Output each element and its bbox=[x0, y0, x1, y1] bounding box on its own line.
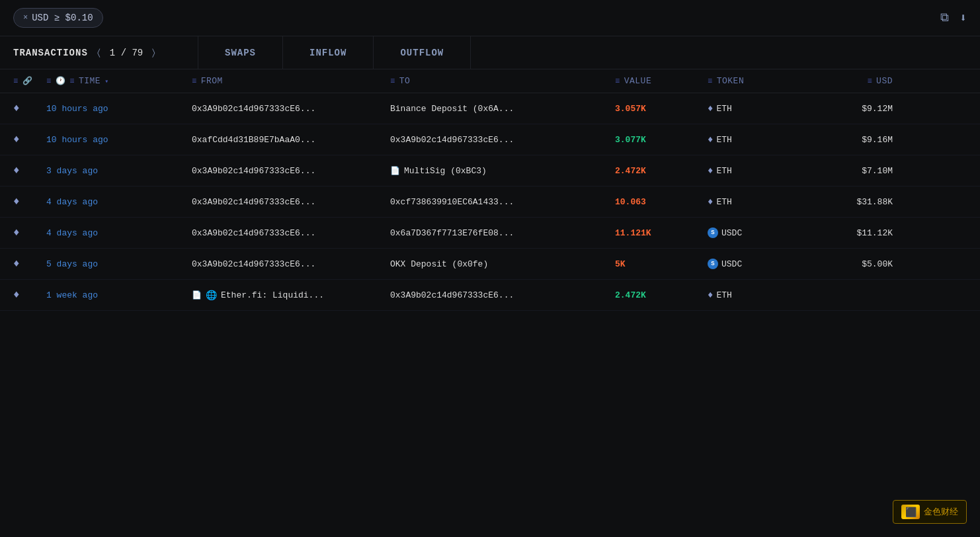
chain-icon-cell: ♦ bbox=[13, 196, 46, 208]
usd-cell: $31.88K bbox=[813, 197, 893, 207]
col-to-label: TO bbox=[399, 76, 411, 86]
tab-outflow[interactable]: OUTFLOW bbox=[374, 36, 471, 69]
time-cell: 10 hours ago bbox=[46, 135, 192, 145]
col-usd[interactable]: ≡ USD bbox=[813, 76, 893, 86]
col-from[interactable]: ≡ FROM bbox=[192, 76, 390, 86]
table-row[interactable]: ♦3 days ago0x3A9b02c14d967333cE6...📄Mult… bbox=[0, 155, 980, 186]
filter-usd-icon[interactable]: ≡ bbox=[867, 77, 872, 86]
eth-chain-icon: ♦ bbox=[13, 258, 20, 270]
col-token[interactable]: ≡ TOKEN bbox=[708, 76, 813, 86]
to-address: OKX Deposit (0x0fe) bbox=[390, 259, 488, 269]
to-cell: 0x3A9b02c14d967333cE6... bbox=[390, 290, 615, 300]
token-name: USDC bbox=[721, 259, 742, 269]
filter-label: USD ≥ $0.10 bbox=[32, 13, 93, 23]
table-row[interactable]: ♦4 days ago0x3A9b02c14d967333cE6...0x6a7… bbox=[0, 218, 980, 249]
to-address: 0x3A9b02c14d967333cE6... bbox=[390, 290, 514, 300]
tab-transactions[interactable]: TRANSACTIONS 〈 1 / 79 〉 bbox=[0, 36, 198, 69]
link-icon: 🔗 bbox=[22, 76, 33, 86]
column-headers: ≡ 🔗 ≡ 🕐 ≡ TIME ▾ ≡ FROM ≡ TO ≡ VALUE ≡ T… bbox=[0, 69, 980, 93]
usd-value: $31.88K bbox=[856, 197, 893, 207]
col-time-label: TIME bbox=[79, 76, 101, 86]
token-cell: ♦ETH bbox=[708, 103, 813, 114]
eth-chain-icon: ♦ bbox=[13, 289, 20, 301]
usdc-token-icon: S bbox=[708, 259, 718, 269]
usd-value: $9.16M bbox=[862, 135, 893, 145]
filter-time-icon[interactable]: ≡ bbox=[46, 77, 52, 86]
col-time[interactable]: ≡ 🕐 ≡ TIME ▾ bbox=[46, 76, 192, 86]
value-cell: 2.472K bbox=[615, 290, 708, 300]
from-cell: 0xafCdd4d31B89E7bAaA0... bbox=[192, 135, 390, 145]
filter-token-icon[interactable]: ≡ bbox=[708, 77, 713, 86]
table-row[interactable]: ♦10 hours ago0x3A9b02c14d967333cE6...Bin… bbox=[0, 93, 980, 124]
usd-value: $11.12K bbox=[856, 228, 893, 238]
value-cell: 11.121K bbox=[615, 228, 708, 238]
to-cell: OKX Deposit (0x0fe) bbox=[390, 259, 615, 269]
chain-icon-cell: ♦ bbox=[13, 134, 46, 145]
next-page-button[interactable]: 〉 bbox=[148, 46, 159, 60]
sort-time-icon[interactable]: ▾ bbox=[104, 77, 109, 85]
from-cell: 0x3A9b02c14d967333cE6... bbox=[192, 228, 390, 238]
clock-icon: 🕐 bbox=[56, 76, 66, 86]
value-cell: 2.472K bbox=[615, 166, 708, 176]
eth-token-icon: ♦ bbox=[708, 134, 713, 145]
download-icon[interactable]: ⬇ bbox=[960, 11, 967, 25]
to-address: MultiSig (0xBC3) bbox=[404, 166, 487, 176]
chain-icon-cell: ♦ bbox=[13, 103, 46, 114]
col-value-label: VALUE bbox=[624, 76, 652, 86]
usdc-token-icon: S bbox=[708, 227, 718, 238]
token-cell: ♦ETH bbox=[708, 134, 813, 145]
usd-cell: $7.10M bbox=[813, 166, 893, 176]
to-cell: 0xcf738639910EC6A1433... bbox=[390, 197, 615, 207]
tab-swaps[interactable]: SWAPS bbox=[198, 36, 283, 69]
from-cell: 0x3A9b02c14d967333cE6... bbox=[192, 259, 390, 269]
table-row[interactable]: ♦5 days ago0x3A9b02c14d967333cE6...OKX D… bbox=[0, 249, 980, 280]
usd-value: $5.00K bbox=[862, 259, 893, 269]
col-chain: ≡ 🔗 bbox=[13, 76, 46, 86]
chain-icon-cell: ♦ bbox=[13, 289, 46, 301]
tabs-row: TRANSACTIONS 〈 1 / 79 〉 SWAPS INFLOW OUT… bbox=[0, 36, 980, 69]
watermark: ⬛ 金色财经 bbox=[893, 500, 967, 524]
time-value: 3 days ago bbox=[46, 166, 98, 176]
token-name: USDC bbox=[721, 228, 742, 238]
eth-token-icon: ♦ bbox=[708, 103, 713, 114]
eth-token-icon: ♦ bbox=[708, 165, 713, 176]
col-usd-label: USD bbox=[876, 76, 893, 86]
eth-chain-icon: ♦ bbox=[13, 134, 20, 145]
time-cell: 4 days ago bbox=[46, 197, 192, 207]
filter-badge[interactable]: × USD ≥ $0.10 bbox=[13, 8, 103, 28]
time-value: 10 hours ago bbox=[46, 104, 108, 114]
time-cell: 10 hours ago bbox=[46, 104, 192, 114]
from-address: 0x3A9b02c14d967333cE6... bbox=[192, 197, 315, 207]
eth-chain-icon: ♦ bbox=[13, 103, 20, 114]
filter-to-icon[interactable]: ≡ bbox=[390, 77, 395, 86]
token-cell: SUSDC bbox=[708, 227, 813, 238]
to-address: Binance Deposit (0x6A... bbox=[390, 104, 514, 114]
col-to[interactable]: ≡ TO bbox=[390, 76, 615, 86]
globe-icon: 🌐 bbox=[206, 290, 217, 301]
table-row[interactable]: ♦4 days ago0x3A9b02c14d967333cE6...0xcf7… bbox=[0, 186, 980, 218]
from-cell: 0x3A9b02c14d967333cE6... bbox=[192, 166, 390, 176]
filter-from-icon[interactable]: ≡ bbox=[192, 77, 197, 86]
table-row[interactable]: ♦1 week ago📄🌐Ether.fi: Liquidi...0x3A9b0… bbox=[0, 280, 980, 311]
value-amount: 3.077K bbox=[615, 135, 646, 145]
filter-value-icon[interactable]: ≡ bbox=[615, 77, 620, 86]
filter-time-icon2[interactable]: ≡ bbox=[69, 77, 75, 86]
to-cell: 0x3A9b02c14d967333cE6... bbox=[390, 135, 615, 145]
value-amount: 11.121K bbox=[615, 228, 651, 238]
token-name: ETH bbox=[716, 290, 731, 300]
prev-page-button[interactable]: 〈 bbox=[93, 46, 104, 60]
value-cell: 3.057K bbox=[615, 104, 708, 114]
tab-inflow[interactable]: INFLOW bbox=[283, 36, 374, 69]
usd-cell: $9.16M bbox=[813, 135, 893, 145]
time-value: 1 week ago bbox=[46, 290, 98, 300]
filter-chain-icon[interactable]: ≡ bbox=[13, 77, 19, 86]
from-address: 0x3A9b02c14d967333cE6... bbox=[192, 259, 315, 269]
token-cell: ♦ETH bbox=[708, 196, 813, 207]
col-value[interactable]: ≡ VALUE bbox=[615, 76, 708, 86]
copy-icon[interactable]: ⧉ bbox=[940, 11, 949, 24]
token-name: ETH bbox=[716, 135, 731, 145]
table-row[interactable]: ♦10 hours ago0xafCdd4d31B89E7bAaA0...0x3… bbox=[0, 124, 980, 155]
close-filter-icon[interactable]: × bbox=[23, 13, 28, 22]
watermark-text: 金色财经 bbox=[924, 506, 958, 518]
token-name: ETH bbox=[716, 104, 731, 114]
